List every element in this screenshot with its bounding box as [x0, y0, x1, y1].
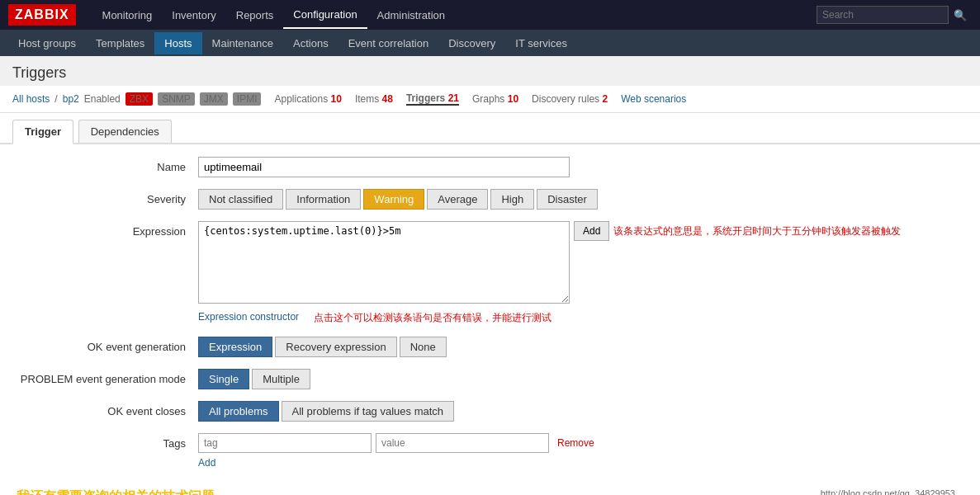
expression-textarea[interactable]: [198, 221, 570, 304]
form-tabs: Trigger Dependencies: [0, 113, 980, 144]
label-tags: Tags: [17, 433, 198, 450]
badge-ipmi: IPMI: [233, 92, 262, 106]
ok-closes-tag-match[interactable]: All problems if tag values match: [282, 401, 455, 422]
nav-actions[interactable]: Actions: [283, 32, 339, 54]
badge-snmp: SNMP: [158, 92, 195, 106]
breadcrumb-applications[interactable]: Applications 10: [274, 93, 341, 105]
name-input[interactable]: [198, 157, 570, 177]
page-title: Triggers: [0, 56, 980, 86]
nav-administration[interactable]: Administration: [367, 2, 455, 28]
breadcrumb-discovery-rules[interactable]: Discovery rules 2: [532, 93, 608, 105]
breadcrumb-items[interactable]: Items 48: [355, 93, 393, 105]
sev-not-classified[interactable]: Not classified: [198, 189, 283, 210]
value-input[interactable]: [376, 433, 549, 453]
ok-event-expression[interactable]: Expression: [198, 337, 272, 357]
form-row-ok-event: OK event generation Expression Recovery …: [17, 337, 963, 357]
problem-mode-multiple[interactable]: Multiple: [252, 369, 310, 389]
sev-high[interactable]: High: [490, 189, 534, 210]
form-area: Name Severity Not classified Information…: [0, 144, 980, 495]
form-row-expression: Expression Add 该条表达式的意思是，系统开启时间大于五分钟时该触发…: [17, 221, 963, 325]
tab-dependencies[interactable]: Dependencies: [78, 120, 172, 143]
tab-trigger[interactable]: Trigger: [12, 120, 73, 144]
ok-closes-all-problems[interactable]: All problems: [198, 401, 279, 422]
bottom-url: http://blog.csdn.net/qq_34829953: [821, 488, 963, 496]
sev-disaster[interactable]: Disaster: [537, 189, 598, 210]
badge-jmx: JMX: [200, 92, 228, 106]
breadcrumb-sep1: /: [54, 93, 57, 105]
form-row-name: Name: [17, 157, 963, 177]
expression-constructor-link[interactable]: Expression constructor: [198, 311, 299, 323]
breadcrumb-enabled: Enabled: [84, 93, 121, 105]
problem-mode-single[interactable]: Single: [198, 369, 249, 389]
nav-reports[interactable]: Reports: [226, 2, 284, 28]
ok-event-none[interactable]: None: [400, 337, 447, 357]
ok-event-buttons: Expression Recovery expression None: [198, 337, 963, 357]
label-ok-closes: OK event closes: [17, 401, 198, 417]
search-input[interactable]: [817, 6, 949, 24]
nav-templates[interactable]: Templates: [86, 32, 154, 54]
nav-maintenance[interactable]: Maintenance: [202, 32, 283, 54]
search-icon[interactable]: 🔍: [949, 7, 972, 24]
label-problem-mode: PROBLEM event generation mode: [17, 369, 198, 385]
breadcrumb-all-hosts[interactable]: All hosts: [12, 93, 50, 105]
add-tag-link[interactable]: Add: [198, 457, 215, 469]
nav-it-services[interactable]: IT services: [505, 32, 577, 54]
form-row-tags: Tags Remove Add: [17, 433, 963, 469]
expression-constructor-note: 点击这个可以检测该条语句是否有错误，并能进行测试: [314, 311, 552, 325]
ok-event-recovery[interactable]: Recovery expression: [275, 337, 396, 357]
bottom-watermark-text: 我还有需要咨询的相关的技术问题: [17, 488, 215, 495]
form-row-ok-closes: OK event closes All problems All problem…: [17, 401, 963, 422]
problem-mode-buttons: Single Multiple: [198, 369, 963, 389]
nav-monitoring[interactable]: Monitoring: [92, 2, 163, 28]
nav-event-correlation[interactable]: Event correlation: [339, 32, 439, 54]
remove-tag-link[interactable]: Remove: [557, 437, 594, 449]
breadcrumb-triggers[interactable]: Triggers 21: [406, 92, 459, 106]
form-row-severity: Severity Not classified Information Warn…: [17, 189, 963, 210]
ok-closes-buttons: All problems All problems if tag values …: [198, 401, 963, 422]
nav-hosts[interactable]: Hosts: [154, 32, 201, 54]
label-name: Name: [17, 157, 198, 173]
nav-discovery[interactable]: Discovery: [438, 32, 505, 54]
form-row-problem-mode: PROBLEM event generation mode Single Mul…: [17, 369, 963, 389]
sev-warning[interactable]: Warning: [363, 189, 424, 210]
tag-input[interactable]: [198, 433, 372, 453]
breadcrumb-web-scenarios[interactable]: Web scenarios: [621, 93, 686, 105]
label-ok-event: OK event generation: [17, 337, 198, 353]
tags-row: Remove: [198, 433, 963, 453]
nav-configuration[interactable]: Configuration: [283, 2, 367, 29]
nav-host-groups[interactable]: Host groups: [8, 32, 86, 54]
expression-add-button[interactable]: Add: [574, 221, 609, 241]
nav-inventory[interactable]: Inventory: [162, 2, 225, 28]
severity-buttons: Not classified Information Warning Avera…: [198, 189, 963, 210]
badge-zbx[interactable]: ZBX: [125, 92, 153, 106]
breadcrumb-graphs[interactable]: Graphs 10: [472, 93, 518, 105]
expression-note: 该条表达式的意思是，系统开启时间大于五分钟时该触发器被触发: [613, 224, 901, 238]
logo-zabbix: ZABBIX: [8, 4, 76, 26]
breadcrumb-host[interactable]: bp2: [63, 93, 79, 105]
sev-average[interactable]: Average: [427, 189, 488, 210]
label-severity: Severity: [17, 189, 198, 205]
label-expression: Expression: [17, 221, 198, 238]
breadcrumb: All hosts / bp2 Enabled ZBX SNMP JMX IPM…: [0, 86, 980, 113]
sev-information[interactable]: Information: [286, 189, 361, 210]
